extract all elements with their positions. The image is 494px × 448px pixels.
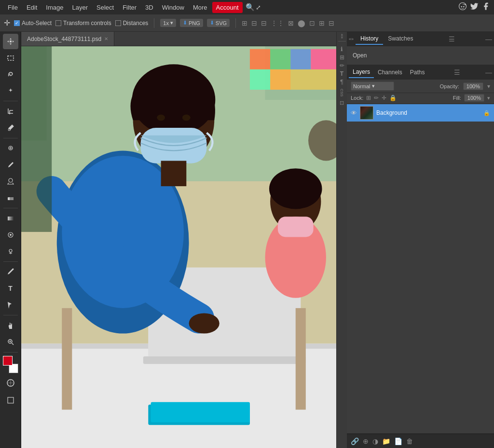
search-icon[interactable]: 🔍	[246, 3, 255, 12]
layer-effects-icon[interactable]: ⊕	[363, 437, 369, 445]
flip-h-icon[interactable]: ⬤	[298, 19, 305, 27]
flip-v-icon[interactable]: ⊡	[309, 19, 315, 27]
svg-rect-51	[250, 49, 270, 69]
panel-collapse-btn[interactable]: «»	[340, 34, 344, 39]
tab-channels[interactable]: Channels	[374, 67, 406, 78]
layers-tab-bar: Layers Channels Paths ☰ —	[347, 65, 494, 80]
reddit-icon[interactable]	[458, 2, 467, 13]
link-layers-icon[interactable]: 🔗	[351, 437, 359, 445]
paragraph-icon[interactable]: ¶	[340, 79, 343, 85]
selection-tool[interactable]	[3, 50, 18, 66]
clone-stamp-tool[interactable]	[3, 174, 18, 189]
path-select-tool[interactable]	[3, 297, 18, 312]
blend-mode-row: Normal ▾ Opacity: 100% ▾	[347, 80, 494, 93]
distribute-icon[interactable]: ⋮⋮	[271, 19, 284, 27]
opacity-dropdown-icon[interactable]: ▾	[487, 83, 490, 90]
transform-checkbox[interactable]	[55, 20, 61, 26]
menu-3d[interactable]: 3D	[141, 2, 157, 13]
svg-point-14	[10, 234, 12, 236]
close-tab-icon[interactable]: ✕	[104, 36, 108, 41]
adjustments-icon[interactable]: ⊞	[340, 54, 344, 61]
layer-visibility-icon[interactable]: 👁	[351, 109, 357, 117]
menu-edit[interactable]: Edit	[23, 2, 41, 13]
hand-tool[interactable]	[3, 318, 18, 333]
menu-filter[interactable]: Filter	[119, 2, 140, 13]
autoselect-checkbox[interactable]	[14, 20, 20, 26]
screen-mode[interactable]	[3, 393, 18, 408]
menu-window[interactable]: Window	[158, 2, 188, 13]
lock-all-icon[interactable]: 🔒	[389, 95, 397, 101]
eraser-tool[interactable]	[3, 190, 18, 205]
history-panel-close[interactable]: —	[485, 35, 492, 43]
crop-tool[interactable]	[3, 104, 18, 119]
foreground-color[interactable]	[3, 356, 13, 366]
quick-mask-mode[interactable]	[3, 375, 18, 391]
libraries-icon[interactable]: ⊡	[340, 100, 344, 106]
3d-transform-icon[interactable]: ⊟	[329, 19, 334, 27]
brush-tool[interactable]	[3, 157, 18, 173]
menu-more[interactable]: More	[189, 2, 211, 13]
menu-file[interactable]: File	[4, 2, 22, 13]
tab-swatches[interactable]: Swatches	[383, 33, 418, 45]
distances-checkbox[interactable]	[115, 20, 121, 26]
export-svg[interactable]: ⬇ SVG	[207, 19, 230, 27]
delete-layer-icon[interactable]: 🗑	[406, 437, 413, 445]
svg-point-2	[463, 6, 465, 7]
menu-account[interactable]: Account	[212, 2, 243, 13]
paint-icon[interactable]: ✏	[340, 62, 344, 69]
transform-icon[interactable]: ⊞	[319, 19, 325, 27]
fill-value[interactable]: 100%	[464, 94, 484, 102]
transform-toggle[interactable]: Transform controls	[55, 20, 111, 27]
info-icon[interactable]: ℹ	[341, 46, 343, 53]
twitter-icon[interactable]	[470, 2, 479, 13]
layer-row-background[interactable]: 👁 Background 🔒	[347, 104, 494, 122]
sep2	[235, 18, 236, 28]
align-left-icon[interactable]: ⊞	[242, 19, 247, 27]
distances-toggle[interactable]: Distances	[115, 20, 149, 27]
canvas-tab[interactable]: AdobeStock_448773111.psd ✕	[21, 32, 114, 46]
arrange-icon[interactable]: ⊠	[288, 19, 294, 27]
zoom-fit-icon[interactable]: ⤢	[256, 4, 261, 11]
right-panel-main: «» History Swatches ☰ — Open Layers Chan…	[347, 32, 494, 448]
facebook-icon[interactable]	[481, 2, 490, 13]
svg-point-0	[459, 3, 467, 10]
lock-transparency-icon[interactable]: ⊞	[366, 95, 371, 101]
history-item-open[interactable]: Open	[347, 50, 494, 61]
autoselect-toggle[interactable]: Auto-Select	[14, 20, 52, 27]
tab-layers[interactable]: Layers	[349, 67, 374, 78]
export-png[interactable]: ⬇ PNG	[180, 19, 203, 27]
type-tool[interactable]: T	[3, 281, 18, 296]
layers-panel-menu[interactable]: ☰	[454, 68, 460, 76]
zoom-tool[interactable]	[3, 334, 18, 350]
layer-mask-icon[interactable]: ◑	[372, 437, 378, 445]
opacity-value[interactable]: 100%	[463, 82, 483, 90]
quick-select-tool[interactable]	[3, 83, 18, 98]
fill-dropdown-icon[interactable]: ▾	[487, 95, 490, 101]
spot-heal-tool[interactable]	[3, 141, 18, 156]
lock-position-icon[interactable]: ✛	[382, 95, 386, 101]
lock-image-icon[interactable]: ✏	[374, 95, 379, 101]
new-group-icon[interactable]: 📁	[382, 437, 390, 445]
layers-panel-minimize[interactable]: —	[485, 68, 492, 76]
menu-image[interactable]: Image	[42, 2, 67, 13]
move-tool[interactable]	[3, 34, 18, 49]
type-panel-icon[interactable]: T	[340, 70, 343, 77]
dodge-tool[interactable]	[3, 244, 18, 259]
tab-history[interactable]: History	[356, 33, 383, 45]
pen-tool[interactable]	[3, 264, 18, 280]
panel-expand-icon[interactable]: «»	[349, 37, 354, 41]
zoom-select[interactable]: 1x ▾	[160, 19, 176, 27]
svg-rect-4	[10, 41, 12, 42]
menu-select[interactable]: Select	[93, 2, 118, 13]
eyedropper-tool[interactable]	[3, 120, 18, 136]
history-panel-menu[interactable]: ☰	[449, 35, 455, 43]
menu-layer[interactable]: Layer	[69, 2, 92, 13]
align-center-icon[interactable]: ⊟	[251, 19, 257, 27]
gradient-tool[interactable]	[3, 211, 18, 226]
blur-tool[interactable]	[3, 227, 18, 243]
tab-paths[interactable]: Paths	[406, 67, 429, 78]
align-right-icon[interactable]: ⊟	[261, 19, 267, 27]
new-layer-icon[interactable]: 📄	[394, 437, 402, 445]
lasso-tool[interactable]	[3, 67, 18, 82]
blend-mode-select[interactable]: Normal ▾	[351, 81, 394, 91]
